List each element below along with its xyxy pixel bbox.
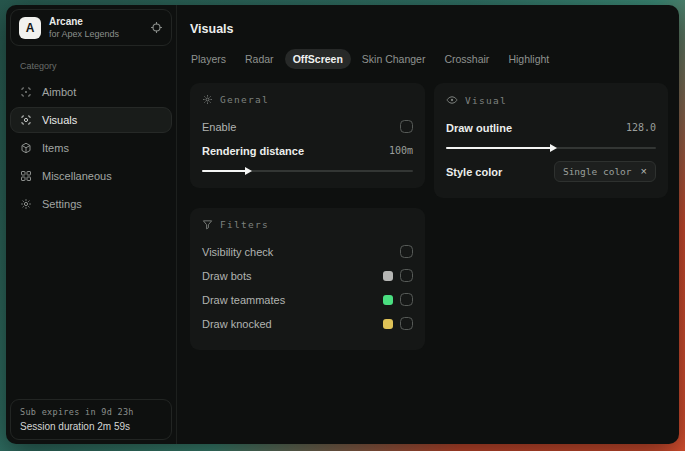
sidebar-item-label: Aimbot — [42, 86, 76, 98]
general-panel-title: General — [220, 94, 269, 105]
aimbot-crosshair-icon — [20, 86, 32, 98]
sidebar: A Arcane for Apex Legends Category — [6, 5, 177, 444]
draw-bots-color-swatch[interactable] — [383, 271, 393, 281]
items-cube-icon — [20, 142, 32, 154]
draw-teammates-color-swatch[interactable] — [383, 295, 393, 305]
page-title: Visuals — [190, 22, 668, 36]
filters-panel-title: Filters — [220, 219, 269, 230]
draw-teammates-label: Draw teammates — [202, 294, 285, 306]
style-color-selected-value: Single color — [563, 166, 632, 177]
sidebar-item-label: Miscellaneous — [42, 170, 112, 182]
draw-knocked-checkbox[interactable] — [400, 317, 413, 330]
visibility-check-checkbox[interactable] — [400, 245, 413, 258]
rendering-distance-label: Rendering distance — [202, 145, 304, 157]
eye-icon — [446, 94, 458, 106]
app-header: A Arcane for Apex Legends — [10, 9, 172, 46]
general-panel: General Enable Rendering distance 100m — [190, 83, 425, 188]
draw-bots-label: Draw bots — [202, 270, 252, 282]
tab-skin-changer[interactable]: Skin Changer — [354, 49, 434, 69]
funnel-icon — [202, 219, 213, 230]
rendering-distance-value: 100m — [389, 145, 413, 156]
sidebar-item-label: Items — [42, 142, 69, 154]
settings-gear-icon — [20, 198, 32, 210]
sidebar-nav: Aimbot Visuals Items — [10, 79, 172, 217]
visual-panel-title: Visual — [465, 95, 507, 106]
draw-bots-checkbox[interactable] — [400, 269, 413, 282]
tab-bar: Players Radar OffScreen Skin Changer Cro… — [183, 49, 668, 69]
style-color-select[interactable]: Single color × — [554, 161, 656, 182]
sidebar-item-settings[interactable]: Settings — [10, 191, 172, 217]
draw-outline-value: 128.0 — [626, 122, 656, 133]
sidebar-item-miscellaneous[interactable]: Miscellaneous — [10, 163, 172, 189]
target-settings-icon[interactable] — [150, 21, 163, 34]
app-logo: A — [19, 17, 41, 39]
enable-checkbox[interactable] — [400, 120, 413, 133]
sidebar-item-aimbot[interactable]: Aimbot — [10, 79, 172, 105]
draw-outline-slider[interactable] — [446, 143, 656, 152]
sidebar-item-label: Visuals — [42, 114, 77, 126]
draw-knocked-color-swatch[interactable] — [383, 319, 393, 329]
app-subtitle: for Apex Legends — [49, 29, 142, 39]
tab-players[interactable]: Players — [183, 49, 234, 69]
draw-teammates-checkbox[interactable] — [400, 293, 413, 306]
draw-knocked-label: Draw knocked — [202, 318, 272, 330]
tab-crosshair[interactable]: Crosshair — [436, 49, 497, 69]
session-duration-text: Session duration 2m 59s — [20, 421, 162, 432]
tab-radar[interactable]: Radar — [237, 49, 282, 69]
draw-outline-label: Draw outline — [446, 122, 512, 134]
visibility-check-label: Visibility check — [202, 246, 273, 258]
category-label: Category — [20, 61, 162, 71]
rendering-distance-slider[interactable] — [202, 166, 413, 175]
close-icon[interactable]: × — [641, 166, 647, 177]
subscription-info: Sub expires in 9d 23h Session duration 2… — [10, 399, 172, 440]
enable-label: Enable — [202, 121, 236, 133]
app-window: A Arcane for Apex Legends Category — [6, 5, 679, 444]
tab-highlight[interactable]: Highlight — [500, 49, 557, 69]
visual-panel: Visual Draw outline 128.0 Style color Si… — [434, 83, 668, 198]
sub-expires-text: Sub expires in 9d 23h — [20, 407, 162, 417]
misc-grid-icon — [20, 170, 32, 182]
sidebar-item-label: Settings — [42, 198, 82, 210]
tab-offscreen[interactable]: OffScreen — [285, 49, 351, 69]
sidebar-item-items[interactable]: Items — [10, 135, 172, 161]
style-color-label: Style color — [446, 166, 502, 178]
sun-icon — [202, 94, 213, 105]
filters-panel: Filters Visibility check Draw bots Draw … — [190, 208, 425, 350]
sidebar-item-visuals[interactable]: Visuals — [10, 107, 172, 133]
app-name: Arcane — [49, 16, 142, 27]
visuals-eye-scan-icon — [20, 114, 32, 126]
main-content: Visuals Players Radar OffScreen Skin Cha… — [177, 5, 680, 444]
